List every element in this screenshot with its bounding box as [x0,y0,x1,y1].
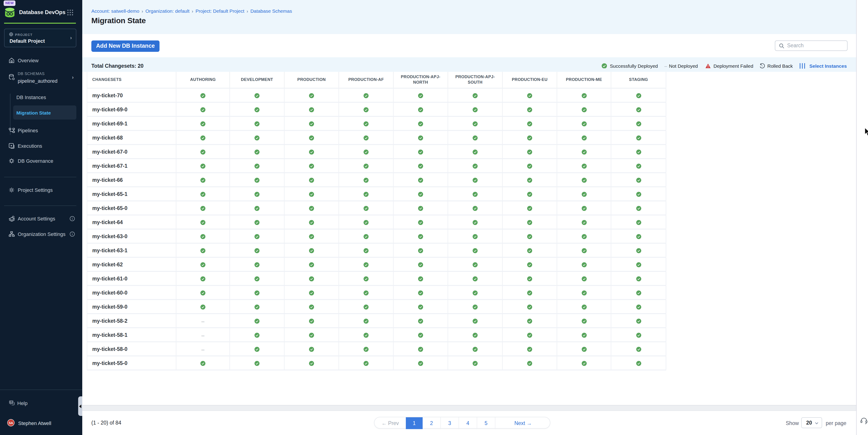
svg-text:?: ? [10,401,12,404]
